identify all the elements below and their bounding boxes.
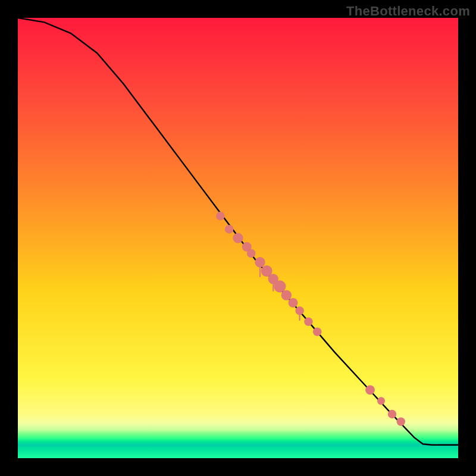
data-point — [313, 327, 321, 336]
plot-area — [18, 18, 458, 458]
data-point — [388, 410, 396, 418]
watermark-text: TheBottleneck.com — [346, 4, 470, 19]
data-points — [216, 212, 405, 426]
data-point — [233, 233, 243, 243]
data-point — [304, 317, 312, 325]
data-point — [397, 417, 405, 425]
data-point — [225, 225, 233, 233]
data-point — [216, 212, 224, 220]
chart-stage: TheBottleneck.com — [0, 0, 476, 476]
data-point — [365, 385, 375, 394]
data-point — [295, 306, 303, 315]
data-point — [377, 397, 385, 405]
data-point — [247, 249, 255, 258]
main-curve — [18, 18, 458, 445]
chart-overlay — [18, 18, 458, 458]
data-point — [281, 290, 292, 300]
data-point — [289, 298, 298, 308]
data-point — [255, 257, 265, 267]
